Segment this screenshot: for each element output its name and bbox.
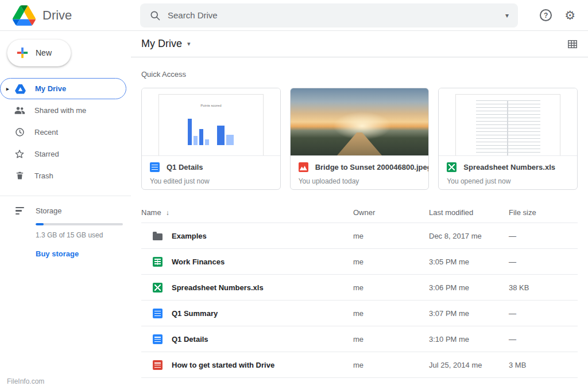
table-row-how-to-get-started[interactable]: How to get started with Drive me Jul 25,… xyxy=(141,352,578,378)
card-caption: Bridge to Sunset 200046800.jpeg You uplo… xyxy=(291,156,429,185)
doc-file-icon xyxy=(153,334,163,344)
breadcrumb-caret-icon[interactable]: ▾ xyxy=(187,40,191,48)
sidebar-item-label: Recent xyxy=(34,128,58,136)
file-name: Spreadsheet Numbers.xls xyxy=(172,283,264,292)
storage-usage-text: 1.3 GB of 15 GB used xyxy=(36,231,131,239)
card-title: Q1 Details xyxy=(167,163,203,171)
sidebar-item-shared-with-me[interactable]: Shared with me xyxy=(0,99,131,121)
storage-progress-bar xyxy=(36,223,123,225)
search-icon[interactable] xyxy=(149,10,161,21)
content-area: Quick Access Points scored xyxy=(131,57,588,390)
col-size[interactable]: File size xyxy=(509,208,578,217)
file-name: Q1 Summary xyxy=(172,309,218,318)
storage-label: Storage xyxy=(36,206,62,215)
shared-people-icon xyxy=(14,105,25,115)
top-bar: Drive ▾ ? ⚙ xyxy=(0,0,588,31)
quick-access-card-bridge-to-sunset[interactable]: Bridge to Sunset 200046800.jpeg You uplo… xyxy=(290,88,430,190)
photo-road-shape xyxy=(337,132,382,155)
file-modified: Jul 25, 2014 me xyxy=(429,361,509,369)
file-size: — xyxy=(509,335,578,344)
star-icon xyxy=(14,148,25,159)
quick-access-card-q1-details[interactable]: Points scored xyxy=(141,88,281,190)
recent-clock-icon xyxy=(14,127,25,138)
pdf-file-icon xyxy=(153,360,163,370)
search-options-caret-icon[interactable]: ▾ xyxy=(505,11,509,20)
file-name: How to get started with Drive xyxy=(172,361,274,369)
card-title: Bridge to Sunset 200046800.jpeg xyxy=(315,163,430,171)
file-owner: me xyxy=(353,283,429,292)
sidebar-item-label: Trash xyxy=(34,171,53,180)
table-row-examples[interactable]: Examples me Dec 8, 2017 me — xyxy=(141,223,578,249)
sidebar-item-recent[interactable]: Recent xyxy=(0,121,131,143)
mini-chart-title: Points scored xyxy=(159,104,263,107)
sidebar-item-trash[interactable]: Trash xyxy=(0,165,131,186)
file-modified: 3:06 PM me xyxy=(429,283,509,292)
main-area: My Drive ▾ Quick Access xyxy=(131,31,588,390)
sidebar-item-label: My Drive xyxy=(35,84,66,93)
sort-arrow-icon[interactable]: ↓ xyxy=(166,209,169,217)
file-owner: me xyxy=(353,258,429,266)
sidebar: New ▸ My Drive xyxy=(0,31,131,390)
sidebar-item-my-drive[interactable]: ▸ My Drive xyxy=(0,78,126,99)
file-owner: me xyxy=(353,335,429,344)
quick-access-heading: Quick Access xyxy=(141,70,578,79)
buy-storage-link[interactable]: Buy storage xyxy=(36,249,131,258)
drive-logo-area[interactable]: Drive xyxy=(0,5,131,26)
sheet-file-icon xyxy=(447,162,457,172)
table-row-work-finances[interactable]: Work Finances me 3:05 PM me — xyxy=(141,249,578,275)
sidebar-nav: ▸ My Drive xyxy=(0,78,131,186)
main-header: My Drive ▾ xyxy=(131,31,588,57)
sidebar-item-starred[interactable]: Starred xyxy=(0,143,131,165)
file-owner: me xyxy=(353,232,429,240)
table-header: Name ↓ Owner Last modified File size xyxy=(141,202,578,223)
file-table: Name ↓ Owner Last modified File size Exa… xyxy=(141,202,578,378)
card-caption: Spreadsheet Numbers.xls You opened just … xyxy=(439,156,577,185)
table-row-q1-details[interactable]: Q1 Details me 3:10 PM me — xyxy=(141,326,578,352)
card-title: Spreadsheet Numbers.xls xyxy=(463,163,555,171)
file-size: 3 MB xyxy=(509,361,578,369)
card-subtitle: You edited just now xyxy=(150,177,272,185)
card-subtitle: You opened just now xyxy=(447,177,569,185)
my-drive-icon xyxy=(14,84,26,94)
quick-access-card-spreadsheet-numbers[interactable]: Spreadsheet Numbers.xls You opened just … xyxy=(438,88,578,190)
drive-logo-icon xyxy=(13,5,36,26)
trash-icon xyxy=(14,170,25,181)
col-name[interactable]: Name xyxy=(141,208,161,217)
file-name: Examples xyxy=(172,232,207,240)
photo-thumbnail xyxy=(291,88,429,156)
spreadsheet-thumbnail xyxy=(439,88,577,156)
image-file-icon xyxy=(299,162,308,172)
storage-icon xyxy=(14,207,25,215)
new-button-label: New xyxy=(36,48,52,57)
card-subtitle: You uploaded today xyxy=(299,177,421,185)
quick-access-cards: Points scored xyxy=(141,88,578,190)
search-input[interactable] xyxy=(168,10,498,20)
storage-row[interactable]: Storage xyxy=(0,206,131,215)
storage-section: Storage 1.3 GB of 15 GB used Buy storage xyxy=(0,196,131,258)
folder-icon xyxy=(153,233,163,240)
settings-gear-icon[interactable]: ⚙ xyxy=(564,9,575,21)
disclosure-arrow-icon[interactable]: ▸ xyxy=(6,86,14,92)
watermark: FileInfo.com xyxy=(7,377,44,385)
file-size: — xyxy=(509,258,578,266)
file-modified: 3:07 PM me xyxy=(429,309,509,318)
card-caption: Q1 Details You edited just now xyxy=(142,156,280,185)
file-size: 38 KB xyxy=(509,283,578,292)
plus-icon xyxy=(16,46,29,59)
help-icon[interactable]: ? xyxy=(540,9,552,21)
col-owner[interactable]: Owner xyxy=(353,208,429,217)
search-bar[interactable]: ▾ xyxy=(140,3,518,28)
sidebar-item-label: Starred xyxy=(34,150,59,158)
breadcrumb[interactable]: My Drive xyxy=(141,38,182,50)
sheet-file-icon xyxy=(153,257,163,267)
app-title: Drive xyxy=(42,8,72,23)
file-name: Work Finances xyxy=(172,258,225,266)
table-row-spreadsheet-numbers[interactable]: Spreadsheet Numbers.xls me 3:06 PM me 38… xyxy=(141,275,578,301)
col-modified[interactable]: Last modified xyxy=(429,208,509,217)
sheet-file-icon xyxy=(153,283,163,292)
table-row-q1-summary[interactable]: Q1 Summary me 3:07 PM me — xyxy=(141,301,578,326)
new-button[interactable]: New xyxy=(7,39,71,67)
grid-view-toggle-icon[interactable] xyxy=(567,39,578,49)
chart-thumbnail: Points scored xyxy=(142,88,280,156)
doc-file-icon xyxy=(150,162,160,172)
